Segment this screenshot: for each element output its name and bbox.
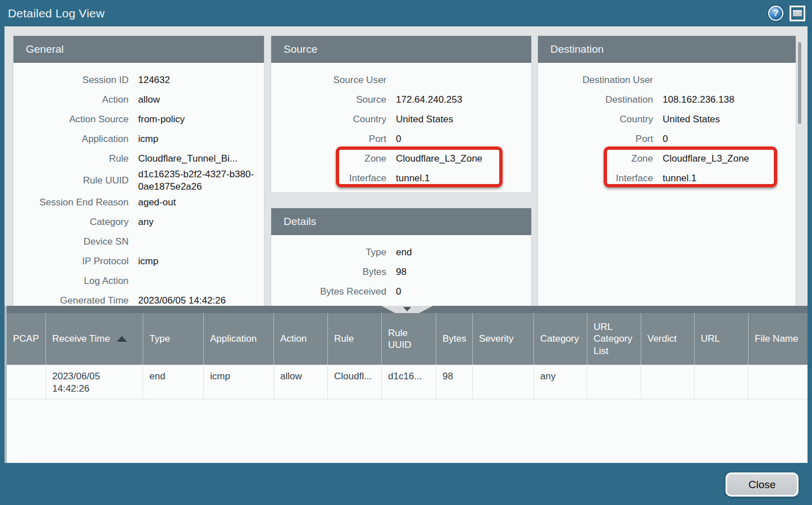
column-header-label: PCAP	[13, 333, 39, 345]
field-value: allow	[138, 94, 264, 106]
field-row-log-action: Log Action	[13, 272, 264, 291]
dialog-content-area: General Session ID124632 Actionallow Act…	[4, 26, 808, 463]
column-header-label: Application	[210, 333, 257, 345]
field-row-bytes-received: Bytes Received0	[271, 282, 531, 301]
cell-url-category-list	[587, 366, 641, 399]
field-label: Session ID	[13, 75, 129, 86]
field-label: Log Action	[13, 276, 129, 287]
field-row-application: Applicationicmp	[13, 129, 264, 149]
cell-action: allow	[274, 366, 328, 399]
field-label: Rule UUID	[13, 175, 129, 186]
field-label: IP Protocol	[13, 256, 129, 267]
destination-panel: Destination Destination User Destination…	[538, 36, 796, 306]
field-label: Source	[271, 94, 386, 105]
field-value: from-policy	[138, 113, 264, 126]
column-header-label: Receive Time	[52, 333, 110, 345]
field-row-action-source: Action Sourcefrom-policy	[13, 109, 264, 129]
field-label: Device SN	[13, 236, 129, 247]
column-header-type[interactable]: Type	[143, 313, 204, 365]
field-label: Type	[271, 247, 386, 258]
field-label: Port	[538, 134, 653, 145]
general-panel: General Session ID124632 Actionallow Act…	[13, 36, 264, 306]
field-value: icmp	[138, 255, 264, 268]
field-label: Interface	[271, 173, 386, 184]
field-row-destination-interface: Interfacetunnel.1	[538, 168, 796, 188]
field-row-destination-port: Port0	[538, 129, 796, 149]
dialog-titlebar: Detailed Log View ?	[0, 0, 812, 26]
column-header-label: Verdict	[647, 333, 677, 345]
field-label: Bytes Received	[271, 286, 386, 297]
field-label: Rule	[13, 153, 129, 164]
log-table-row[interactable]: 2023/06/05 14:42:26 end icmp allow Cloud…	[7, 365, 808, 400]
cell-url	[695, 366, 749, 399]
column-header-label: File Name	[755, 333, 798, 345]
field-value: Cloudflare_Tunnel_Bi...	[138, 153, 264, 165]
column-header-file-name[interactable]: File Name	[749, 313, 808, 365]
maximize-icon-glyph	[793, 10, 802, 16]
maximize-icon[interactable]	[790, 6, 805, 21]
cell-type: end	[143, 366, 204, 399]
column-header-receive-time[interactable]: Receive Time	[46, 313, 143, 365]
field-value: 98	[396, 266, 531, 278]
column-header-url-category-list[interactable]: URL Category List	[587, 313, 641, 365]
vertical-scrollbar-thumb[interactable]	[798, 42, 801, 124]
column-header-label: URL	[701, 333, 720, 345]
cell-category: any	[534, 366, 587, 399]
field-label: Port	[271, 134, 386, 145]
cell-receive-time: 2023/06/05 14:42:26	[46, 366, 143, 399]
details-panel-content: Typeend Bytes98 Bytes Received0	[271, 235, 531, 301]
field-row-ip-protocol: IP Protocolicmp	[13, 252, 264, 272]
help-icon[interactable]: ?	[768, 6, 783, 21]
cell-application: icmp	[204, 366, 274, 399]
column-header-severity[interactable]: Severity	[473, 313, 534, 365]
field-value: 0	[396, 133, 531, 145]
column-header-application[interactable]: Application	[204, 313, 274, 365]
field-value: tunnel.1	[396, 172, 531, 185]
sort-ascending-icon	[117, 336, 127, 342]
field-value: tunnel.1	[663, 172, 796, 185]
general-panel-content: Session ID124632 Actionallow Action Sour…	[13, 63, 264, 306]
field-row-source-zone: ZoneCloudflare_L3_Zone	[271, 149, 531, 168]
column-header-rule[interactable]: Rule	[328, 313, 382, 365]
column-header-rule-uuid[interactable]: Rule UUID	[382, 313, 436, 365]
field-row-rule: RuleCloudflare_Tunnel_Bi...	[13, 149, 264, 168]
column-header-label: Rule UUID	[388, 327, 431, 351]
field-label: Category	[13, 217, 129, 228]
field-value: 172.64.240.253	[396, 94, 531, 106]
column-header-category[interactable]: Category	[534, 313, 587, 365]
column-header-bytes[interactable]: Bytes	[436, 313, 473, 365]
cell-verdict	[641, 366, 695, 399]
cell-bytes: 98	[436, 366, 473, 399]
close-button[interactable]: Close	[726, 472, 799, 497]
column-header-url[interactable]: URL	[695, 313, 749, 365]
splitter-rail	[7, 306, 808, 313]
column-header-action[interactable]: Action	[274, 313, 328, 365]
field-row-destination-country: CountryUnited States	[538, 109, 796, 129]
column-header-verdict[interactable]: Verdict	[641, 313, 695, 365]
field-value: 0	[396, 286, 531, 298]
cell-rule: Cloudfl...	[328, 366, 382, 399]
cell-file-name	[749, 366, 808, 399]
field-label: Application	[13, 134, 129, 145]
field-row-destination-user: Destination User	[538, 70, 796, 90]
cell-severity	[473, 366, 534, 399]
field-value: 108.162.236.138	[663, 94, 796, 106]
field-label: Action	[13, 94, 129, 105]
field-value: any	[138, 216, 264, 228]
field-value: 124632	[138, 74, 264, 86]
field-row-action: Actionallow	[13, 90, 264, 109]
field-label: Action Source	[13, 114, 129, 125]
source-panel-title: Source	[271, 36, 531, 63]
field-row-generated-time: Generated Time2023/06/05 14:42:26	[13, 291, 264, 306]
column-header-label: Category	[540, 333, 579, 345]
column-header-pcap[interactable]: PCAP	[7, 313, 46, 365]
field-label: Source User	[271, 75, 386, 86]
field-label: Country	[538, 114, 653, 125]
field-row-source: Source172.64.240.253	[271, 90, 531, 109]
splitter-handle[interactable]	[381, 306, 433, 313]
field-label: Interface	[538, 173, 653, 184]
column-header-label: Action	[280, 333, 307, 345]
field-label: Zone	[271, 153, 386, 164]
field-row-bytes: Bytes98	[271, 262, 531, 282]
field-row-source-port: Port0	[271, 129, 531, 149]
